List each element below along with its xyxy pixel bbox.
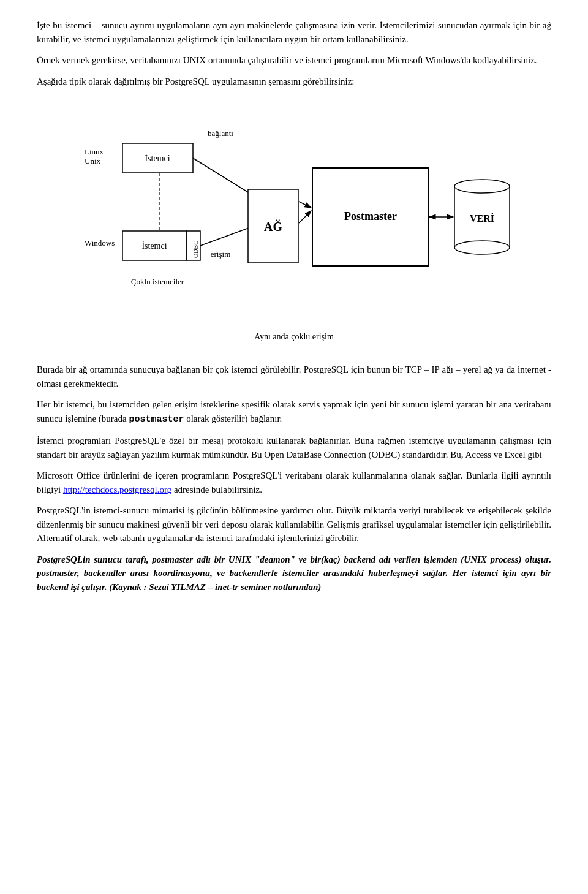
svg-text:İstemci: İstemci (141, 241, 167, 251)
svg-text:bağlantı: bağlantı (208, 129, 233, 138)
architecture-diagram: Linux Unix İstemci bağlantı Windows İste… (74, 100, 514, 358)
svg-text:Aynı anda çoklu erişim: Aynı anda çoklu erişim (254, 332, 334, 341)
svg-text:Postmaster: Postmaster (344, 210, 397, 222)
svg-text:VERİ: VERİ (470, 213, 494, 224)
diagram-svg: Linux Unix İstemci bağlantı Windows İste… (74, 100, 514, 358)
postgresql-link[interactable]: http://techdocs.postgresql.org (63, 485, 172, 494)
svg-text:Windows: Windows (85, 238, 115, 248)
svg-line-22 (299, 202, 311, 208)
svg-text:Unix: Unix (85, 156, 101, 165)
main-content: İşte bu istemci – sunucu ayrımı uygulama… (37, 18, 551, 594)
svg-line-21 (299, 211, 311, 223)
svg-text:AĞ: AĞ (264, 219, 282, 233)
svg-point-28 (454, 241, 510, 254)
svg-text:erişim: erişim (211, 249, 231, 259)
diagram-container: Linux Unix İstemci bağlantı Windows İste… (37, 100, 551, 358)
svg-point-27 (454, 180, 510, 193)
svg-text:ODBC: ODBC (192, 241, 199, 258)
svg-text:İstemci: İstemci (145, 154, 170, 163)
svg-text:Linux: Linux (85, 147, 104, 156)
svg-text:Çoklu istemciler: Çoklu istemciler (131, 277, 184, 286)
